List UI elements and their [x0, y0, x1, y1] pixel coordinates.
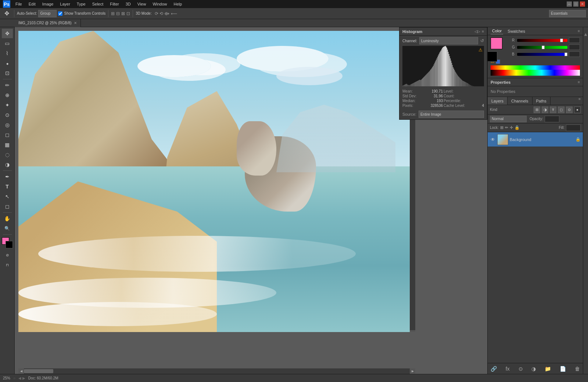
zoom-controls[interactable]: ◀ ▶: [18, 376, 25, 380]
pen-tool[interactable]: ✒: [2, 172, 13, 181]
r-value-input[interactable]: 225: [569, 37, 580, 43]
filter-shape-btn[interactable]: ◻: [558, 107, 564, 113]
color-panel-menu[interactable]: ≡: [578, 29, 580, 33]
horizontal-scrollbar[interactable]: ◀ ▶: [18, 368, 415, 374]
menu-filter[interactable]: Filter: [107, 1, 122, 7]
histogram-expand-btn[interactable]: ◁▷: [474, 29, 480, 33]
menu-layer[interactable]: Layer: [57, 1, 73, 7]
show-transform-checkbox[interactable]: [58, 11, 62, 16]
refresh-btn[interactable]: ↺: [480, 38, 484, 43]
lock-transparent-btn[interactable]: ⊞: [500, 125, 503, 130]
histogram-menu-btn[interactable]: ≡: [482, 29, 484, 33]
add-adjustment-btn[interactable]: ◑: [531, 366, 536, 372]
quick-mask-btn[interactable]: ⊘: [2, 250, 13, 260]
channels-tab[interactable]: Channels: [508, 97, 532, 105]
table-row[interactable]: 👁 Background 🔒: [488, 132, 583, 147]
crop-tool[interactable]: ⊡: [2, 68, 13, 78]
background-color[interactable]: [6, 241, 13, 248]
collapse-btn[interactable]: ◀: [584, 33, 588, 36]
source-select[interactable]: Entire Image: [419, 111, 484, 118]
hscroll-thumb[interactable]: [24, 369, 53, 373]
move-tool-btn[interactable]: ✥: [2, 10, 11, 18]
blend-mode-select[interactable]: Normal: [490, 116, 527, 122]
layers-lock-row: Lock: ⊞ ✏ ✛ 🔒 Fill: 100%: [488, 123, 583, 132]
stat-count: Count:: [444, 94, 484, 98]
canvas-area[interactable]: ▲ ▼ ◀ ▶ Histogram ◁▷ ≡: [15, 27, 487, 374]
eraser-tool[interactable]: ◻: [2, 130, 13, 140]
close-button[interactable]: ✕: [580, 1, 585, 7]
color-bottom-strip[interactable]: [491, 70, 580, 76]
b-slider-thumb[interactable]: [564, 53, 567, 56]
workspace-select[interactable]: Essentials: [549, 10, 586, 17]
menu-3d[interactable]: 3D: [123, 1, 134, 7]
menu-view[interactable]: View: [135, 1, 149, 7]
filter-pixel-btn[interactable]: ⊞: [534, 107, 540, 113]
lock-position-btn[interactable]: ✛: [510, 125, 513, 130]
healing-tool[interactable]: ⊕: [2, 90, 13, 100]
delete-layer-btn[interactable]: 🗑: [575, 366, 580, 372]
layers-panel-menu[interactable]: ≡: [576, 97, 583, 105]
layers-tab[interactable]: Layers: [488, 97, 508, 105]
channel-select[interactable]: Luminosity RGB Red Green Blue: [419, 37, 478, 44]
add-layer-btn[interactable]: 📄: [560, 366, 566, 372]
lock-image-btn[interactable]: ✏: [505, 125, 508, 130]
minimize-button[interactable]: ─: [567, 1, 572, 7]
path-select-tool[interactable]: ↖: [2, 192, 13, 201]
add-mask-btn[interactable]: ⊙: [519, 366, 523, 372]
menu-help[interactable]: Help: [171, 1, 185, 7]
menu-type[interactable]: Type: [74, 1, 89, 7]
properties-menu-btn[interactable]: ≡: [578, 80, 580, 84]
hand-tool[interactable]: ✋: [2, 214, 13, 223]
b-value-input[interactable]: 255: [569, 51, 580, 57]
layer-visibility-btn[interactable]: 👁: [490, 137, 496, 143]
doc-tab-active[interactable]: IMG_2103.CR2 @ 25% (RGB/8) ✕: [15, 19, 81, 27]
auto-select-select[interactable]: Group Layer: [38, 10, 57, 17]
menu-window[interactable]: Window: [150, 1, 170, 7]
fill-input[interactable]: 100%: [566, 125, 581, 131]
shape-tool[interactable]: ◻: [2, 202, 13, 211]
move-tool[interactable]: ✥: [2, 29, 13, 38]
marquee-tool[interactable]: ▭: [2, 39, 13, 48]
link-layers-btn[interactable]: 🔗: [491, 366, 497, 372]
add-group-btn[interactable]: 📁: [545, 366, 551, 372]
zoom-tool[interactable]: 🔍: [2, 224, 13, 233]
quick-select-tool[interactable]: ⬥: [2, 58, 13, 68]
paths-tab[interactable]: Paths: [533, 97, 551, 105]
color-spectrum[interactable]: [491, 65, 580, 70]
eyedropper-tool[interactable]: ✏: [2, 80, 13, 90]
hscroll-right[interactable]: ▶: [410, 368, 415, 374]
filter-adjust-btn[interactable]: ◑: [542, 107, 548, 113]
menu-file[interactable]: File: [12, 1, 25, 7]
color-tab[interactable]: Color: [491, 28, 503, 35]
filter-type-btn[interactable]: T: [550, 107, 556, 113]
r-slider-thumb[interactable]: [560, 39, 563, 42]
clone-stamp-tool[interactable]: ⊙: [2, 110, 13, 120]
vscroll-down[interactable]: ▼: [410, 330, 415, 332]
brush-tool[interactable]: ✦: [2, 100, 13, 110]
menu-select[interactable]: Select: [89, 1, 107, 7]
hscroll-left[interactable]: ◀: [18, 368, 24, 374]
fg-swatch[interactable]: [491, 37, 502, 49]
g-slider-thumb[interactable]: [542, 46, 545, 49]
dodge-tool[interactable]: ◑: [2, 160, 13, 169]
add-style-btn[interactable]: fx: [506, 366, 510, 372]
lasso-tool[interactable]: ⌇: [2, 48, 13, 58]
g-value-input[interactable]: 133: [569, 44, 580, 50]
hscroll-track[interactable]: [24, 368, 410, 374]
menu-edit[interactable]: Edit: [26, 1, 39, 7]
opacity-input[interactable]: 100%: [545, 116, 559, 122]
blur-tool[interactable]: ◌: [2, 150, 13, 159]
bg-swatch[interactable]: [487, 51, 497, 62]
beach-scene: [18, 31, 415, 332]
gradient-tool[interactable]: ▦: [2, 140, 13, 149]
doc-tab-close[interactable]: ✕: [74, 21, 77, 25]
type-tool[interactable]: T: [2, 182, 13, 191]
history-brush-tool[interactable]: ◎: [2, 120, 13, 130]
lock-all-btn[interactable]: 🔒: [514, 125, 520, 130]
swatches-tab[interactable]: Swatches: [506, 28, 527, 34]
screen-mode-btn[interactable]: ⊓: [2, 260, 13, 270]
maximize-button[interactable]: □: [573, 1, 578, 7]
filter-smart-btn[interactable]: ⊙: [566, 107, 573, 113]
menu-image[interactable]: Image: [39, 1, 57, 7]
filter-toggle-btn[interactable]: ●: [574, 107, 581, 113]
